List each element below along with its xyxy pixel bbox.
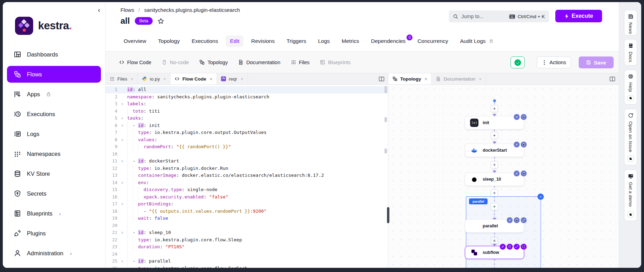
kestra-logo-icon — [15, 17, 33, 35]
fold-chevron-icon[interactable]: ∨ — [119, 201, 125, 208]
fold-chevron-icon[interactable]: ∨ — [119, 115, 125, 122]
breadcrumb-namespace[interactable]: sanitychecks.plugins.plugin-elasticsearc… — [144, 7, 240, 13]
trash-icon[interactable] — [521, 114, 527, 120]
split-view-icon[interactable] — [379, 76, 385, 82]
fold-chevron-icon[interactable]: ∨ — [119, 258, 125, 265]
tab-topology[interactable]: Topology — [154, 35, 184, 47]
favorite-star-icon[interactable] — [158, 18, 164, 24]
rail-item-get-a-demo[interactable]: Get a demo — [624, 169, 637, 221]
editor-tab-io-py[interactable]: io.py× — [138, 73, 170, 84]
code-token: containerImage — [138, 173, 176, 178]
close-icon[interactable]: × — [479, 76, 482, 82]
cluster-collapse-icon[interactable]: × — [537, 194, 544, 200]
tab-executions[interactable]: Executions — [188, 35, 222, 47]
close-icon[interactable]: × — [241, 76, 243, 82]
rail-item-news[interactable]: News — [624, 10, 637, 36]
tab-edit[interactable]: Edit — [226, 35, 243, 47]
close-icon[interactable]: × — [210, 76, 212, 82]
pencil-icon[interactable] — [500, 244, 506, 250]
add-task-button[interactable]: + — [491, 189, 498, 197]
pencil-icon[interactable] — [507, 217, 513, 223]
tab-dependencies[interactable]: Dependencies0 — [367, 35, 410, 47]
code-line: 11∨ - id: dockerStart — [105, 158, 388, 165]
sidebar-item-namespaces[interactable]: Namespaces — [7, 145, 101, 162]
sidebar-item-logs[interactable]: Logs — [7, 126, 101, 142]
fold-chevron-icon[interactable]: ∨ — [119, 136, 125, 144]
toolbar-files[interactable]: Files — [291, 60, 310, 65]
code-token — [127, 108, 133, 114]
ext-icon[interactable] — [521, 244, 527, 250]
toolbar-no-code[interactable]: No-code — [162, 60, 189, 65]
tab-audit-logs[interactable]: Audit Logs — [456, 35, 497, 47]
close-icon[interactable]: × — [425, 76, 427, 82]
scrollbar-mark[interactable] — [385, 117, 387, 122]
toolbar-blueprints[interactable]: Blueprints — [320, 60, 350, 65]
add-task-button[interactable]: + — [491, 161, 498, 168]
execute-button[interactable]: Execute — [555, 10, 602, 22]
trash-icon[interactable] — [521, 142, 527, 148]
rail-item-open-an-issue[interactable]: Open an Issue — [624, 109, 637, 165]
fold-chevron-icon[interactable]: ∨ — [119, 158, 125, 165]
trash-icon[interactable] — [521, 171, 527, 176]
editor-tab-files[interactable]: Files× — [105, 73, 138, 84]
panel-resize-handle[interactable] — [387, 207, 389, 223]
add-task-button[interactable]: + — [491, 203, 498, 210]
jump-to-search[interactable]: Jump to... Ctrl/Cmd + K — [449, 10, 549, 22]
close-icon[interactable]: × — [131, 76, 134, 82]
add-task-button[interactable]: + — [491, 132, 498, 139]
close-icon[interactable]: × — [163, 76, 166, 82]
toolbar-topology[interactable]: Topology — [199, 60, 228, 65]
tab-logs[interactable]: Logs — [314, 35, 334, 47]
sidebar-item-executions[interactable]: Executions — [7, 106, 101, 122]
sidebar-item-settings[interactable]: Settings — [7, 265, 101, 268]
topology-canvas[interactable]: +++++parallel×+(x)initdockerStartsleep_1… — [388, 85, 619, 268]
pencil-icon[interactable] — [514, 114, 520, 120]
scrollbar-mark[interactable] — [385, 86, 387, 93]
expand-icon[interactable] — [521, 217, 527, 223]
toolbar-flow-code[interactable]: Flow Code — [119, 60, 151, 65]
fold-chevron-icon[interactable]: ∨ — [119, 100, 125, 108]
sidebar-item-dashboards[interactable]: Dashboards — [7, 46, 101, 63]
pencil-icon[interactable] — [514, 171, 520, 176]
add-task-button[interactable]: + — [491, 105, 498, 112]
sidebar-item-flows[interactable]: Flows — [7, 66, 101, 83]
topology-tab-documentation[interactable]: Documentation× — [432, 73, 486, 84]
pencil-icon[interactable] — [514, 142, 520, 148]
sidebar-item-kv-store[interactable]: KV Store — [7, 165, 101, 182]
sidebar-item-administration[interactable]: Administration› — [7, 245, 101, 262]
toolbar-documentation[interactable]: Documentation — [238, 60, 280, 65]
tab-overview[interactable]: Overview — [119, 35, 151, 47]
tab-metrics[interactable]: Metrics — [337, 35, 363, 47]
fold-chevron-icon[interactable]: ∨ — [119, 229, 125, 236]
code-editor[interactable]: 1id: all2namespace: sanitychecks.plugins… — [105, 85, 388, 268]
expand-icon[interactable] — [514, 244, 520, 250]
kestra-logo[interactable]: kestra. — [3, 2, 105, 35]
tab-revisions[interactable]: Revisions — [247, 35, 279, 47]
scrollbar-mark[interactable] — [385, 149, 387, 153]
sidebar-item-blueprints[interactable]: Blueprints› — [7, 205, 101, 222]
sidebar-item-secrets[interactable]: Secrets — [7, 185, 101, 202]
fold-chevron-icon[interactable]: ∨ — [119, 122, 125, 129]
save-button[interactable]: Save — [579, 56, 614, 68]
tab-label: Edit — [230, 38, 239, 44]
split-view-icon[interactable] — [609, 76, 615, 82]
sidebar-item-apps[interactable]: Apps — [7, 86, 101, 103]
breadcrumb-flows[interactable]: Flows — [120, 7, 134, 13]
editor-tab-reqr[interactable]: reqr× — [217, 73, 248, 84]
actions-button[interactable]: ⋮ Actions — [537, 56, 571, 68]
trash-icon[interactable] — [514, 217, 520, 223]
tab-concurrency[interactable]: Concurrency — [413, 35, 452, 47]
sidebar-item-plugins[interactable]: Plugins — [7, 225, 101, 242]
sidebar-collapse-icon[interactable]: ‹ — [98, 6, 100, 13]
editor-tab-flow-code[interactable]: Flow Code× — [170, 73, 217, 84]
validation-status-button[interactable] — [511, 56, 525, 68]
code-token — [127, 194, 144, 199]
tab-triggers[interactable]: Triggers — [282, 35, 310, 47]
topology-tab-topology[interactable]: Topology× — [388, 73, 432, 84]
indent-guide — [127, 186, 127, 194]
tab-label: Topology — [158, 38, 180, 44]
fold-chevron-icon[interactable]: ∨ — [119, 179, 125, 187]
rail-item-docs[interactable]: Docs — [624, 39, 637, 66]
trash-icon[interactable] — [507, 244, 513, 250]
rail-item-help[interactable]: Help — [624, 70, 637, 105]
